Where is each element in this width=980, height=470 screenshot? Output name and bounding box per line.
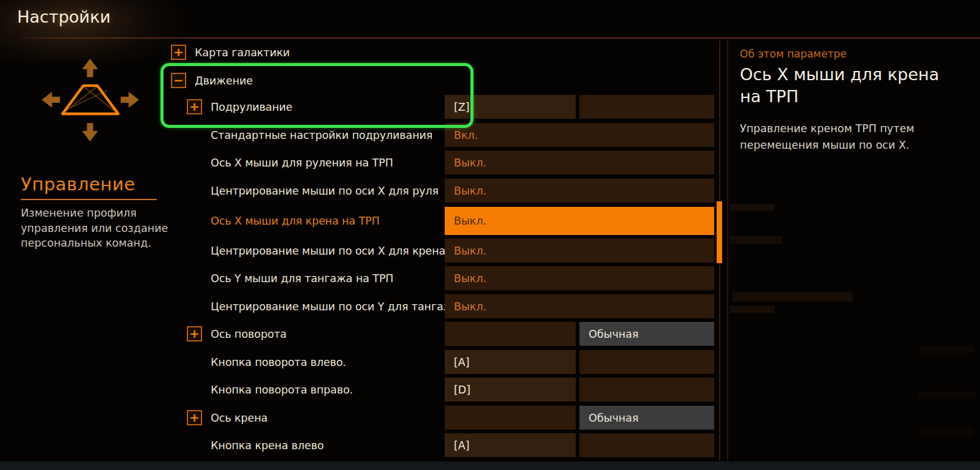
mode-cell[interactable] — [579, 378, 714, 401]
value-cell[interactable]: Выкл. — [445, 207, 714, 235]
row-label[interactable]: Центрирование мыши по оси X для крена — [211, 245, 445, 257]
binding-cell[interactable]: [A] — [445, 433, 576, 457]
ship-icon — [34, 53, 147, 147]
minus-expander-icon[interactable]: − — [171, 73, 186, 88]
up-arrow-icon — [82, 59, 98, 77]
ghost-artifact — [918, 392, 976, 399]
row-label[interactable]: Ось X мыши для крена на ТРП — [211, 215, 380, 227]
binding-cell[interactable]: [D] — [445, 378, 576, 401]
ghost-artifact — [733, 293, 853, 302]
plus-expander-icon[interactable]: + — [171, 45, 186, 60]
left-arrow-icon — [42, 92, 60, 108]
row-label[interactable]: Кнопка крена влево — [211, 439, 324, 452]
minus-glyph: − — [173, 74, 184, 86]
header-divider — [16, 37, 980, 39]
mode-cell[interactable] — [579, 95, 714, 119]
binding-cell[interactable]: [A] — [445, 350, 576, 374]
bottom-bar — [0, 461, 980, 470]
row-label[interactable]: Ось крена — [211, 412, 268, 424]
mode-cell[interactable]: Обычная — [579, 322, 714, 346]
section-description: Изменение профиля управления или создани… — [21, 206, 171, 251]
ghost-artifact — [919, 428, 974, 436]
plus-expander-icon[interactable]: + — [187, 410, 202, 425]
row-label[interactable]: Карта галактики — [195, 47, 290, 59]
value-cell[interactable]: Выкл. — [445, 266, 714, 290]
section-heading: Управление — [21, 174, 135, 195]
info-panel-divider — [727, 40, 728, 461]
ghost-artifact — [730, 204, 774, 211]
down-arrow-icon — [82, 123, 98, 141]
plus-glyph: + — [189, 411, 200, 423]
plus-expander-icon[interactable]: + — [187, 326, 202, 341]
row-label[interactable]: Подруливание — [211, 101, 292, 113]
row-label[interactable]: Центрирование мыши по оси X для руля — [211, 185, 439, 197]
binding-cell[interactable] — [445, 322, 576, 346]
binding-cell[interactable] — [445, 406, 576, 430]
right-arrow-icon — [121, 92, 139, 108]
ghost-artifact — [730, 236, 782, 244]
settings-screen: Настройки Управление Изменен — [0, 0, 980, 470]
value-cell[interactable]: Выкл. — [445, 179, 714, 203]
plus-glyph: + — [173, 46, 184, 58]
ship-silhouette-icon — [62, 86, 118, 114]
plus-expander-icon[interactable]: + — [187, 99, 202, 114]
value-cell[interactable]: Выкл. — [445, 151, 714, 174]
info-panel-body: Управление креном ТРП путем перемещения … — [740, 121, 968, 154]
row-label[interactable]: Ось Y мыши для тангажа на ТРП — [211, 272, 393, 285]
plus-glyph: + — [189, 100, 200, 113]
row-label[interactable]: Кнопка поворота влево. — [211, 356, 346, 368]
mode-cell[interactable]: Обычная — [579, 406, 714, 430]
annotation-highlight-box — [160, 63, 473, 128]
info-panel-heading: Ось X мыши для крена на ТРП — [740, 64, 960, 108]
row-label[interactable]: Стандартные настройки подруливания — [211, 129, 432, 141]
ghost-artifact — [730, 306, 774, 313]
value-cell[interactable]: Выкл. — [445, 239, 714, 263]
info-panel-kicker: Об этом параметре — [740, 48, 846, 60]
binding-cell[interactable]: [Z] — [445, 95, 576, 119]
row-label[interactable]: Центрирование мыши по оси Y для тангажа — [211, 300, 459, 313]
row-label[interactable]: Ось поворота — [211, 328, 287, 340]
value-cell[interactable]: Вкл. — [445, 123, 714, 147]
mode-cell[interactable] — [579, 433, 714, 457]
page-title: Настройки — [17, 7, 110, 26]
value-cell[interactable]: Выкл. — [445, 294, 714, 318]
plus-glyph: + — [189, 327, 200, 340]
scrollbar-thumb[interactable] — [717, 201, 722, 263]
row-label[interactable]: Ось X мыши для руления на ТРП — [211, 157, 393, 169]
row-label[interactable]: Движение — [195, 75, 253, 87]
mode-cell[interactable] — [579, 350, 714, 374]
ghost-artifact — [920, 346, 974, 353]
section-underline — [21, 199, 157, 200]
row-label[interactable]: Кнопка поворота вправо. — [211, 384, 353, 396]
